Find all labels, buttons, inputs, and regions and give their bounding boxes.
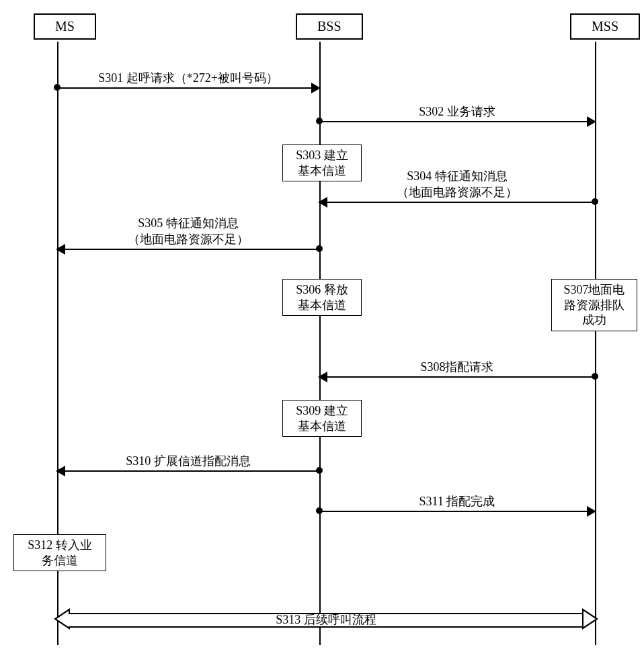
msg-s301: S301 起呼请求（*272+被叫号码）	[57, 87, 319, 89]
box-s307: S307地面电 路资源排队 成功	[551, 279, 637, 331]
participant-mss: MSS	[570, 13, 640, 40]
msg-label: S311 指配完成	[319, 493, 595, 509]
box-s309: S309 建立 基本信道	[282, 400, 362, 437]
msg-label: S310 扩展信道指配消息	[57, 453, 319, 469]
msg-label: S308指配请求	[319, 359, 595, 375]
msg-label: S301 起呼请求（*272+被叫号码）	[57, 70, 319, 86]
lifeline-mss	[595, 42, 596, 645]
box-s312: S312 转入业 务信道	[13, 534, 106, 571]
msg-label: S302 业务请求	[319, 103, 595, 120]
lifeline-bss	[319, 42, 321, 645]
sequence-diagram: MS BSS MSS S301 起呼请求（*272+被叫号码） S302 业务请…	[13, 13, 631, 659]
msg-s308: S308指配请求	[319, 376, 595, 378]
msg-label-line1: S304 特征通知消息	[407, 169, 508, 183]
participant-bss: BSS	[296, 13, 363, 40]
msg-label-line2: （地面电路资源不足）	[397, 185, 518, 199]
msg-label-line2: （地面电路资源不足）	[128, 233, 249, 246]
msg-s304: S304 特征通知消息 （地面电路资源不足）	[319, 202, 595, 203]
box-s306: S306 释放 基本信道	[282, 279, 362, 316]
msg-label: S304 特征通知消息 （地面电路资源不足）	[319, 168, 595, 200]
participant-ms: MS	[34, 13, 96, 40]
msg-s302: S302 业务请求	[319, 121, 595, 122]
msg-s310: S310 扩展信道指配消息	[57, 470, 319, 472]
msg-s305: S305 特征通知消息 （地面电路资源不足）	[57, 249, 319, 250]
msg-label: S313 后续呼叫流程	[54, 612, 598, 628]
msg-label-line1: S305 特征通知消息	[138, 216, 239, 230]
msg-label: S305 特征通知消息 （地面电路资源不足）	[57, 215, 319, 247]
msg-s311: S311 指配完成	[319, 511, 595, 512]
msg-s313: S313 后续呼叫流程	[54, 608, 598, 630]
